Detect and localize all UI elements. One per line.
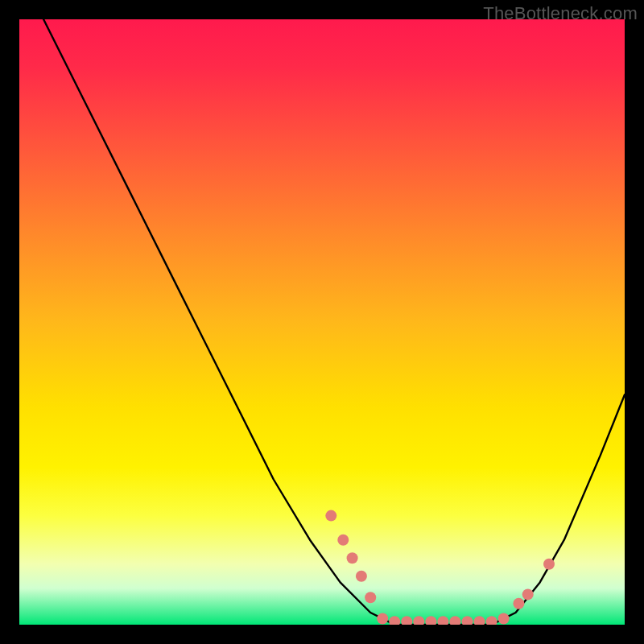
data-dot (325, 510, 336, 522)
data-dot (389, 616, 400, 625)
data-dot (401, 616, 412, 625)
bottleneck-chart (19, 19, 625, 625)
watermark-text: TheBottleneck.com (483, 3, 638, 24)
data-dot (513, 598, 524, 609)
data-dot (425, 616, 436, 625)
data-dot (498, 613, 510, 625)
data-dot (356, 571, 367, 582)
data-dot (437, 616, 448, 625)
data-dot (337, 535, 349, 546)
data-dot (543, 559, 555, 570)
data-dot (522, 588, 534, 600)
data-dot-group (325, 510, 555, 625)
data-dot (474, 616, 485, 625)
data-dot (486, 616, 497, 625)
data-dot (347, 552, 358, 564)
data-dot (377, 613, 388, 625)
data-dot (449, 616, 460, 625)
data-dot (413, 616, 424, 625)
data-dot (462, 616, 473, 625)
chart-stage: TheBottleneck.com (0, 0, 644, 644)
data-dot (365, 592, 376, 603)
bottleneck-curve (43, 19, 625, 625)
